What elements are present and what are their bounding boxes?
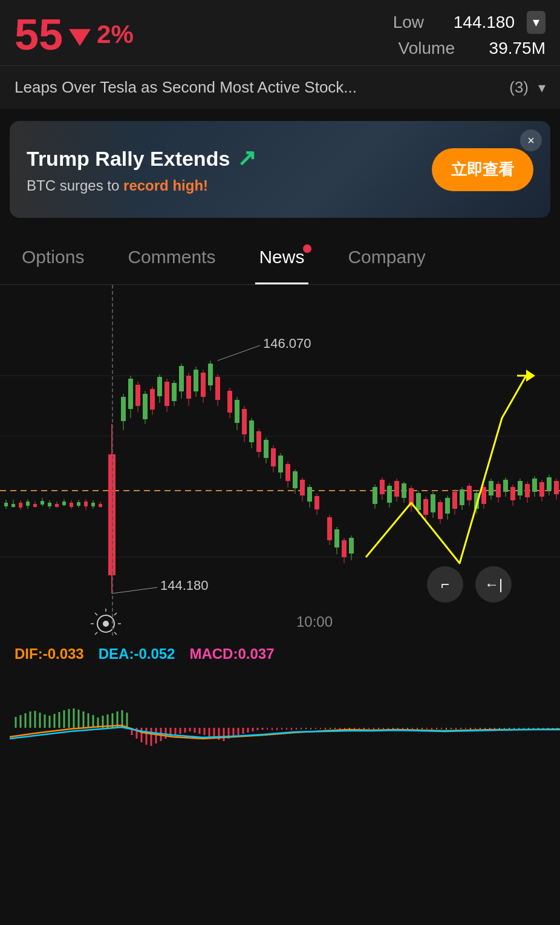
news-notification-dot [303, 244, 311, 253]
svg-rect-79 [285, 464, 290, 481]
svg-rect-9 [19, 503, 22, 508]
svg-rect-5 [4, 503, 8, 506]
svg-rect-113 [431, 494, 435, 512]
svg-rect-127 [481, 487, 486, 504]
svg-rect-103 [394, 481, 399, 497]
macd-chart-svg [10, 667, 560, 788]
svg-rect-25 [77, 502, 80, 506]
svg-rect-71 [256, 431, 261, 452]
top-header: 55 2% Low 144.180 ▾ Volume 39.75M [0, 0, 560, 65]
svg-line-161 [95, 613, 97, 615]
svg-rect-97 [373, 487, 377, 504]
svg-line-150 [218, 345, 260, 361]
rally-arrow-icon: ↗ [237, 145, 256, 172]
svg-rect-95 [349, 538, 354, 554]
expand-icon: ⌐ [441, 576, 449, 593]
chart-expand-button[interactable]: ⌐ [427, 566, 463, 603]
svg-text:146.070: 146.070 [263, 336, 311, 351]
svg-rect-77 [278, 456, 283, 472]
svg-rect-57 [201, 373, 206, 397]
stats-section: Low 144.180 ▾ Volume 39.75M [393, 11, 545, 58]
stats-dropdown-btn[interactable]: ▾ [527, 11, 545, 34]
svg-rect-11 [26, 502, 30, 506]
pct-change: 2% [97, 20, 134, 49]
tab-options[interactable]: Options [0, 240, 106, 275]
svg-rect-123 [467, 486, 472, 500]
ad-title: Trump Rally Extends ↗ [27, 145, 420, 172]
svg-rect-29 [91, 503, 95, 506]
ad-content: Trump Rally Extends ↗ BTC surges to reco… [27, 145, 420, 194]
svg-line-162 [114, 632, 117, 635]
svg-line-152 [112, 587, 157, 593]
svg-rect-15 [41, 501, 44, 505]
news-ticker-bar[interactable]: Leaps Over Tesla as Second Most Active S… [0, 65, 560, 109]
svg-rect-145 [547, 477, 552, 491]
chevron-down-icon: ▾ [538, 79, 545, 96]
tab-news[interactable]: News [237, 240, 326, 275]
svg-rect-105 [402, 483, 406, 498]
vertical-dashed-line [112, 285, 113, 636]
svg-rect-35 [121, 397, 126, 421]
svg-rect-121 [460, 489, 464, 505]
svg-rect-61 [215, 377, 220, 400]
svg-rect-93 [342, 540, 347, 557]
svg-marker-149 [526, 370, 535, 382]
svg-rect-117 [445, 498, 450, 514]
volume-value: 39.75M [467, 39, 545, 58]
svg-rect-47 [164, 382, 169, 406]
ad-cta-button[interactable]: 立即查看 [432, 148, 533, 191]
svg-rect-89 [327, 517, 332, 540]
svg-rect-135 [510, 487, 515, 500]
price-down-arrow [69, 29, 91, 46]
svg-rect-37 [128, 379, 133, 409]
svg-rect-129 [489, 481, 493, 495]
macd-value-label: MACD:0.037 [189, 646, 274, 662]
low-row: Low 144.180 ▾ [393, 11, 545, 34]
svg-rect-59 [208, 364, 213, 385]
svg-rect-31 [99, 504, 102, 507]
svg-rect-63 [227, 391, 232, 413]
tab-company[interactable]: Company [326, 240, 447, 275]
svg-rect-75 [271, 448, 276, 466]
macd-dea-label: DEA:-0.052 [99, 646, 175, 662]
svg-rect-119 [452, 492, 457, 509]
svg-rect-111 [423, 499, 428, 515]
macd-section: DIF:-0.033 DEA:-0.052 MACD:0.037 [0, 636, 560, 793]
low-label: Low [393, 13, 424, 32]
svg-rect-43 [150, 389, 155, 410]
svg-rect-19 [55, 504, 59, 507]
ad-highlight-text: record high! [123, 177, 208, 194]
svg-rect-41 [143, 394, 148, 419]
svg-rect-67 [242, 409, 247, 434]
ad-subtitle: BTC surges to record high! [27, 177, 420, 194]
svg-rect-115 [438, 502, 443, 519]
stock-price: 55 [15, 13, 63, 56]
chart-collapse-button[interactable]: ←| [475, 566, 512, 603]
svg-rect-49 [172, 383, 177, 401]
svg-line-163 [114, 613, 117, 615]
svg-text:144.180: 144.180 [160, 578, 209, 593]
svg-rect-21 [62, 502, 66, 505]
svg-rect-23 [70, 503, 73, 507]
svg-text:10:00: 10:00 [296, 613, 333, 630]
svg-rect-131 [496, 484, 501, 497]
svg-rect-69 [249, 420, 254, 442]
svg-rect-83 [300, 480, 305, 495]
ad-banner: × Trump Rally Extends ↗ BTC surges to re… [10, 121, 550, 218]
svg-rect-73 [264, 440, 269, 458]
macd-labels: DIF:-0.033 DEA:-0.052 MACD:0.037 [10, 646, 550, 662]
volume-row: Volume 39.75M [399, 39, 545, 58]
svg-point-156 [103, 621, 109, 627]
tab-comments[interactable]: Comments [106, 240, 237, 275]
svg-rect-147 [554, 481, 559, 494]
svg-rect-81 [293, 471, 298, 488]
ad-close-button[interactable]: × [520, 129, 542, 151]
svg-rect-39 [135, 385, 140, 406]
svg-line-164 [95, 632, 97, 635]
svg-rect-27 [84, 502, 88, 506]
svg-rect-85 [307, 487, 312, 502]
svg-rect-17 [48, 503, 51, 506]
svg-rect-143 [539, 482, 544, 497]
svg-rect-65 [235, 400, 239, 423]
tabs-row: Options Comments News Company [0, 230, 560, 285]
